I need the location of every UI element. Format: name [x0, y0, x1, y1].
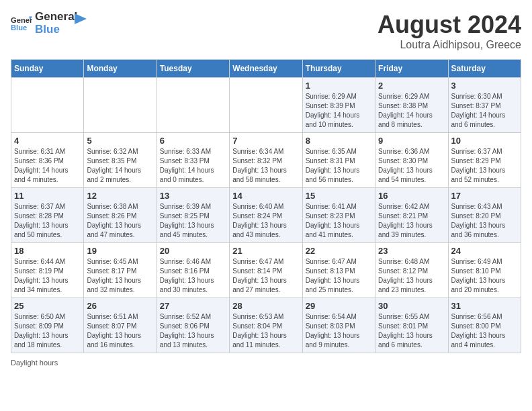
- calendar-cell: [11, 78, 84, 133]
- subtitle: Loutra Aidhipsou, Greece: [378, 39, 521, 51]
- calendar-cell: 17Sunrise: 6:43 AM Sunset: 8:20 PM Dayli…: [448, 188, 521, 243]
- day-number: 13: [160, 191, 226, 201]
- calendar-cell: 20Sunrise: 6:46 AM Sunset: 8:16 PM Dayli…: [157, 243, 229, 298]
- logo-text-general: General: [35, 11, 77, 24]
- day-number: 17: [451, 191, 518, 201]
- day-info: Sunrise: 6:51 AM Sunset: 8:07 PM Dayligh…: [87, 312, 153, 350]
- day-info: Sunrise: 6:38 AM Sunset: 8:26 PM Dayligh…: [87, 202, 153, 240]
- calendar-cell: 30Sunrise: 6:55 AM Sunset: 8:01 PM Dayli…: [375, 298, 448, 353]
- day-number: 24: [451, 246, 518, 256]
- calendar-cell: 19Sunrise: 6:45 AM Sunset: 8:17 PM Dayli…: [84, 243, 157, 298]
- day-info: Sunrise: 6:46 AM Sunset: 8:16 PM Dayligh…: [160, 257, 226, 295]
- day-info: Sunrise: 6:47 AM Sunset: 8:14 PM Dayligh…: [232, 257, 299, 295]
- day-number: 22: [306, 246, 372, 256]
- weekday-header: Wednesday: [230, 60, 302, 78]
- calendar-cell: 28Sunrise: 6:53 AM Sunset: 8:04 PM Dayli…: [230, 298, 302, 353]
- day-info: Sunrise: 6:37 AM Sunset: 8:28 PM Dayligh…: [14, 202, 81, 240]
- footer-note: Daylight hours: [11, 359, 521, 367]
- day-info: Sunrise: 6:36 AM Sunset: 8:30 PM Dayligh…: [378, 147, 445, 185]
- day-number: 12: [87, 191, 153, 201]
- day-number: 18: [14, 246, 81, 256]
- day-info: Sunrise: 6:40 AM Sunset: 8:24 PM Dayligh…: [232, 202, 299, 240]
- svg-marker-3: [75, 13, 87, 24]
- logo-icon: General Blue: [11, 14, 32, 33]
- calendar-week-row: 18Sunrise: 6:44 AM Sunset: 8:19 PM Dayli…: [11, 243, 521, 298]
- day-info: Sunrise: 6:49 AM Sunset: 8:10 PM Dayligh…: [451, 257, 518, 295]
- day-number: 9: [378, 136, 445, 146]
- calendar-week-row: 1Sunrise: 6:29 AM Sunset: 8:39 PM Daylig…: [11, 78, 521, 133]
- calendar-cell: 27Sunrise: 6:52 AM Sunset: 8:06 PM Dayli…: [157, 298, 229, 353]
- day-info: Sunrise: 6:43 AM Sunset: 8:20 PM Dayligh…: [451, 202, 518, 240]
- calendar-cell: 21Sunrise: 6:47 AM Sunset: 8:14 PM Dayli…: [230, 243, 302, 298]
- day-number: 21: [232, 246, 299, 256]
- calendar-cell: 2Sunrise: 6:29 AM Sunset: 8:38 PM Daylig…: [375, 78, 448, 133]
- calendar-cell: 6Sunrise: 6:33 AM Sunset: 8:33 PM Daylig…: [157, 133, 229, 188]
- calendar-week-row: 25Sunrise: 6:50 AM Sunset: 8:09 PM Dayli…: [11, 298, 521, 353]
- calendar-cell: 9Sunrise: 6:36 AM Sunset: 8:30 PM Daylig…: [375, 133, 448, 188]
- day-info: Sunrise: 6:44 AM Sunset: 8:19 PM Dayligh…: [14, 257, 81, 295]
- calendar-cell: 10Sunrise: 6:37 AM Sunset: 8:29 PM Dayli…: [448, 133, 521, 188]
- logo: General Blue General Blue: [11, 11, 87, 36]
- day-info: Sunrise: 6:54 AM Sunset: 8:03 PM Dayligh…: [306, 312, 372, 350]
- title-section: August 2024 Loutra Aidhipsou, Greece: [378, 11, 521, 51]
- day-number: 19: [87, 246, 153, 256]
- calendar-body: 1Sunrise: 6:29 AM Sunset: 8:39 PM Daylig…: [11, 78, 521, 353]
- calendar-cell: 5Sunrise: 6:32 AM Sunset: 8:35 PM Daylig…: [84, 133, 157, 188]
- calendar-cell: 25Sunrise: 6:50 AM Sunset: 8:09 PM Dayli…: [11, 298, 84, 353]
- calendar-cell: 22Sunrise: 6:47 AM Sunset: 8:13 PM Dayli…: [302, 243, 375, 298]
- day-info: Sunrise: 6:34 AM Sunset: 8:32 PM Dayligh…: [232, 147, 299, 185]
- logo-text-blue: Blue: [35, 24, 77, 36]
- day-number: 27: [160, 301, 226, 311]
- header: General Blue General Blue August 2024 Lo…: [11, 11, 521, 51]
- calendar-week-row: 4Sunrise: 6:31 AM Sunset: 8:36 PM Daylig…: [11, 133, 521, 188]
- day-info: Sunrise: 6:42 AM Sunset: 8:21 PM Dayligh…: [378, 202, 445, 240]
- svg-text:Blue: Blue: [11, 24, 27, 32]
- calendar-cell: 8Sunrise: 6:35 AM Sunset: 8:31 PM Daylig…: [302, 133, 375, 188]
- header-row: SundayMondayTuesdayWednesdayThursdayFrid…: [11, 60, 521, 78]
- day-number: 23: [378, 246, 445, 256]
- day-number: 8: [306, 136, 372, 146]
- logo-flag-icon: [75, 13, 87, 28]
- svg-text:General: General: [11, 16, 32, 24]
- calendar-cell: 7Sunrise: 6:34 AM Sunset: 8:32 PM Daylig…: [230, 133, 302, 188]
- day-info: Sunrise: 6:29 AM Sunset: 8:38 PM Dayligh…: [378, 92, 445, 130]
- day-number: 7: [232, 136, 299, 146]
- day-number: 10: [451, 136, 518, 146]
- day-number: 25: [14, 301, 81, 311]
- day-number: 11: [14, 191, 81, 201]
- calendar-cell: [157, 78, 229, 133]
- day-info: Sunrise: 6:37 AM Sunset: 8:29 PM Dayligh…: [451, 147, 518, 185]
- day-info: Sunrise: 6:55 AM Sunset: 8:01 PM Dayligh…: [378, 312, 445, 350]
- calendar-cell: 11Sunrise: 6:37 AM Sunset: 8:28 PM Dayli…: [11, 188, 84, 243]
- day-info: Sunrise: 6:52 AM Sunset: 8:06 PM Dayligh…: [160, 312, 226, 350]
- calendar-cell: 13Sunrise: 6:39 AM Sunset: 8:25 PM Dayli…: [157, 188, 229, 243]
- day-number: 29: [306, 301, 372, 311]
- calendar-cell: 16Sunrise: 6:42 AM Sunset: 8:21 PM Dayli…: [375, 188, 448, 243]
- day-info: Sunrise: 6:33 AM Sunset: 8:33 PM Dayligh…: [160, 147, 226, 185]
- day-number: 14: [232, 191, 299, 201]
- day-info: Sunrise: 6:31 AM Sunset: 8:36 PM Dayligh…: [14, 147, 81, 185]
- calendar-cell: 29Sunrise: 6:54 AM Sunset: 8:03 PM Dayli…: [302, 298, 375, 353]
- weekday-header: Sunday: [11, 60, 84, 78]
- calendar-table: SundayMondayTuesdayWednesdayThursdayFrid…: [11, 59, 521, 353]
- weekday-header: Tuesday: [157, 60, 229, 78]
- day-number: 28: [232, 301, 299, 311]
- calendar-cell: 3Sunrise: 6:30 AM Sunset: 8:37 PM Daylig…: [448, 78, 521, 133]
- day-number: 1: [306, 81, 372, 91]
- day-number: 30: [378, 301, 445, 311]
- day-info: Sunrise: 6:39 AM Sunset: 8:25 PM Dayligh…: [160, 202, 226, 240]
- calendar-cell: 12Sunrise: 6:38 AM Sunset: 8:26 PM Dayli…: [84, 188, 157, 243]
- day-info: Sunrise: 6:56 AM Sunset: 8:00 PM Dayligh…: [451, 312, 518, 350]
- calendar-cell: 1Sunrise: 6:29 AM Sunset: 8:39 PM Daylig…: [302, 78, 375, 133]
- calendar-cell: 4Sunrise: 6:31 AM Sunset: 8:36 PM Daylig…: [11, 133, 84, 188]
- day-info: Sunrise: 6:32 AM Sunset: 8:35 PM Dayligh…: [87, 147, 153, 185]
- day-info: Sunrise: 6:35 AM Sunset: 8:31 PM Dayligh…: [306, 147, 372, 185]
- day-info: Sunrise: 6:29 AM Sunset: 8:39 PM Dayligh…: [306, 92, 372, 130]
- day-info: Sunrise: 6:47 AM Sunset: 8:13 PM Dayligh…: [306, 257, 372, 295]
- day-info: Sunrise: 6:41 AM Sunset: 8:23 PM Dayligh…: [306, 202, 372, 240]
- day-info: Sunrise: 6:30 AM Sunset: 8:37 PM Dayligh…: [451, 92, 518, 130]
- calendar-cell: 18Sunrise: 6:44 AM Sunset: 8:19 PM Dayli…: [11, 243, 84, 298]
- calendar-header: SundayMondayTuesdayWednesdayThursdayFrid…: [11, 60, 521, 78]
- day-number: 31: [451, 301, 518, 311]
- day-number: 15: [306, 191, 372, 201]
